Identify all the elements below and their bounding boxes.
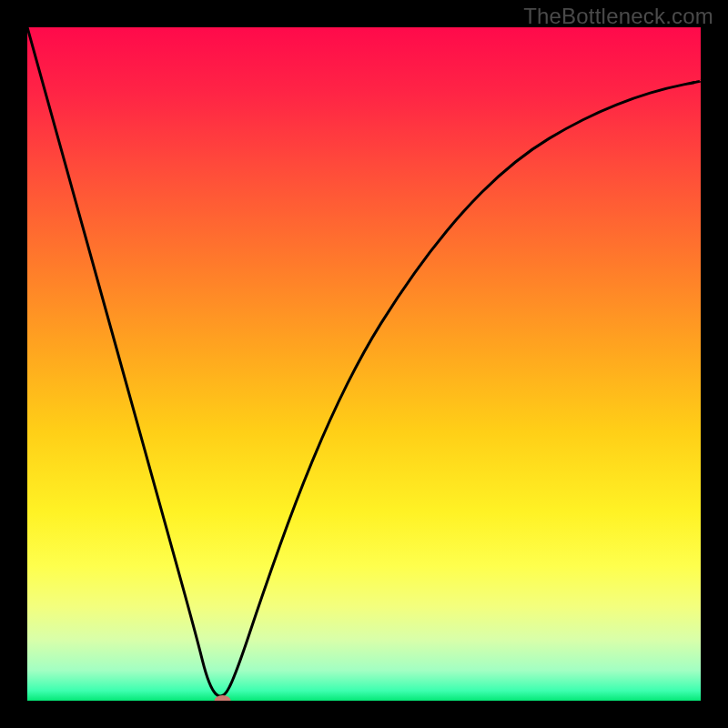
chart-frame: TheBottleneck.com: [0, 0, 728, 728]
curve-layer: [27, 27, 701, 701]
watermark-text: TheBottleneck.com: [523, 4, 713, 29]
plot-area: [27, 27, 701, 701]
bottleneck-curve: [27, 27, 701, 696]
